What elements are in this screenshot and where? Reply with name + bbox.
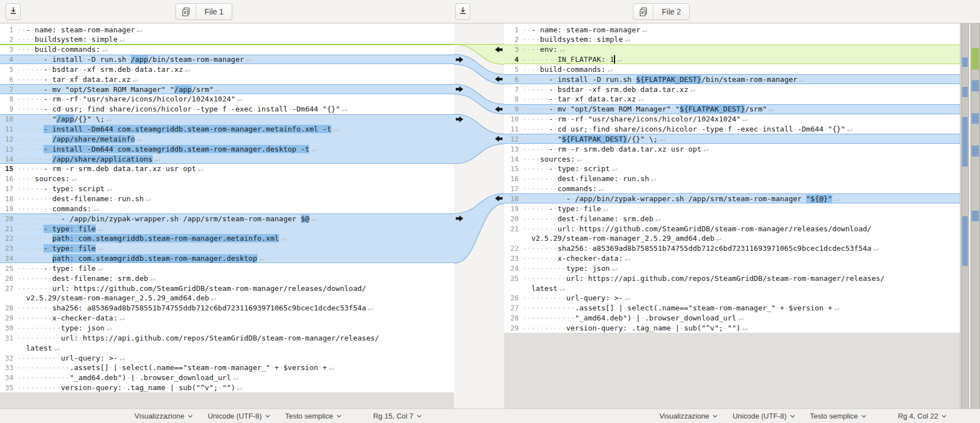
line-number: 6 <box>504 75 519 84</box>
newline-mark: ↵ <box>106 324 112 332</box>
newline-mark: ↵ <box>603 205 608 213</box>
line-number: 9 <box>0 105 13 113</box>
view-menu-right[interactable]: Visualizzazione <box>660 412 718 420</box>
line-number: 21 <box>504 225 519 233</box>
map-segment <box>972 80 979 91</box>
left-code-pane[interactable]: 1··-·name:·steam-rom-manager↵2····builds… <box>0 23 454 409</box>
code-line: 15······-·type:·script↵ <box>504 164 960 174</box>
line-number: 20 <box>0 215 13 223</box>
line-number: 25 <box>504 274 519 283</box>
syntax-menu-right[interactable]: Testo semplice <box>810 412 866 420</box>
cursor-position-menu-left[interactable]: Rg 15, Col 7 <box>373 412 422 420</box>
map-segment <box>972 211 979 221</box>
newline-mark: ↵ <box>237 384 242 392</box>
encoding-menu-left[interactable]: Unicode (UTF-8) <box>208 412 270 420</box>
code-line: 9······-·mv·"opt/Steam·ROM·Manager"·"${F… <box>504 104 960 114</box>
newline-mark: ↵ <box>577 155 582 163</box>
line-number: 7 <box>0 85 13 94</box>
code-line: 31··········url:·https://api.github.com/… <box>0 333 454 343</box>
overview-map-right[interactable] <box>971 23 980 409</box>
map-segment <box>972 113 979 124</box>
code-line: 2····buildsystem:·simple↵ <box>504 35 960 45</box>
code-text: ······-·type:·file↵ <box>17 264 101 273</box>
code-text: ········"/app/{}"·\;↵ <box>17 115 110 123</box>
chevron-down-icon <box>861 415 866 418</box>
push-change-left-button[interactable] <box>495 135 503 142</box>
cursor-position-menu-right[interactable]: Rg 4, Col 22 <box>898 412 947 420</box>
code-text: ······-·tar·xf·data.tar.xz↵ <box>17 75 136 84</box>
push-change-right-button[interactable] <box>456 86 464 93</box>
code-text: v2.5.29/steam-rom-manager_2.5.29_amd64.d… <box>523 234 720 242</box>
newline-mark: ↵ <box>97 245 103 252</box>
code-line: 20··········-·/app/bin/zypak-wrapper.sh·… <box>0 213 454 223</box>
file2-button[interactable]: File 2 <box>633 3 690 20</box>
line-number: 3 <box>0 45 13 54</box>
line-number: 3 <box>504 45 519 54</box>
line-number: 14 <box>0 155 13 163</box>
newline-mark: ↵ <box>742 324 748 332</box>
code-line: 4······-·install·-D·run.sh·/app/bin/stea… <box>0 55 454 65</box>
push-change-left-button[interactable] <box>495 106 503 113</box>
code-line: 13······-·rm·-r·srm.deb·data.tar.xz·usr·… <box>504 144 960 154</box>
save-file1-button[interactable] <box>6 3 21 20</box>
newline-mark: ↵ <box>703 145 709 153</box>
push-change-left-button[interactable] <box>495 195 503 202</box>
line-number: 4 <box>0 55 13 64</box>
line-number: 20 <box>504 215 519 223</box>
code-line: 6······-·install·-D·run.sh·${FLATPAK_DES… <box>504 74 960 84</box>
view-menu-left[interactable]: Visualizzazione <box>135 412 193 420</box>
save-icon <box>9 6 18 17</box>
code-text: ······-·type:·file↵ <box>17 225 101 233</box>
code-line: 14····sources:↵ <box>504 154 960 164</box>
push-change-left-button[interactable] <box>495 46 503 53</box>
end-of-file-area <box>0 392 454 409</box>
overview-map-left[interactable] <box>961 23 969 409</box>
line-number: 2 <box>0 35 13 43</box>
code-line: 3····build-commands:↵ <box>0 45 454 55</box>
newline-mark: ↵ <box>311 145 316 153</box>
file1-button[interactable]: File 1 <box>175 3 232 20</box>
push-change-right-button[interactable] <box>456 56 464 63</box>
code-text: ····buildsystem:·simple↵ <box>17 35 123 43</box>
code-line: 27············.assets[]·|·select(.name==… <box>504 303 960 313</box>
syntax-menu-left[interactable]: Testo semplice <box>285 412 342 420</box>
newline-mark: ↵ <box>625 294 630 302</box>
code-text: ······-·cd·usr;·find·share/icons/hicolor… <box>17 105 346 113</box>
newline-mark: ↵ <box>119 314 125 322</box>
code-line: 23······-·type:·file↵ <box>0 244 454 254</box>
newline-mark: ↵ <box>97 265 103 273</box>
encoding-menu-right[interactable]: Unicode (UTF-8) <box>733 412 795 420</box>
code-text: ······-·rm·-rf·"usr/share/icons/hicolor/… <box>17 95 241 103</box>
map-segment <box>972 48 979 70</box>
newline-mark: ↵ <box>598 185 604 193</box>
line-number: 5 <box>0 65 13 74</box>
line-number: 7 <box>504 85 519 94</box>
code-line: 10········"/app/{}"·\;↵ <box>0 114 454 124</box>
code-text: ············"_amd64.deb")·|·.browser_dow… <box>523 314 742 322</box>
code-text: ··········url-query:·>-↵ <box>17 354 123 362</box>
chevron-down-icon <box>942 415 947 418</box>
code-text: ········dest-filename:·srm.deb↵ <box>523 215 659 223</box>
right-code-pane[interactable]: 1··-·name:·steam-rom-manager↵2····builds… <box>504 23 961 409</box>
push-change-left-button[interactable] <box>495 76 503 82</box>
save-file2-button[interactable] <box>455 3 470 20</box>
map-segment <box>962 216 968 266</box>
push-change-right-button[interactable] <box>456 215 464 222</box>
code-line: 5····build-commands:↵ <box>504 64 960 74</box>
map-segment <box>972 145 979 156</box>
code-text: ····buildsystem:·simple↵ <box>523 35 628 43</box>
line-number: 26 <box>0 274 13 283</box>
push-change-right-button[interactable] <box>456 116 464 123</box>
newline-mark: ↵ <box>738 314 744 322</box>
code-text: ··-·name:·steam-rom-manager↵ <box>17 26 141 34</box>
newline-mark: ↵ <box>136 135 142 143</box>
code-text: ········commands:↵ <box>523 184 602 193</box>
code-text: ········sha256:·a85369ad8b758551b74755dd… <box>523 244 877 252</box>
line-number: 10 <box>504 115 519 123</box>
newline-mark: ↵ <box>559 46 565 54</box>
code-text: ··········version-query:·.tag_name·|·sub… <box>17 383 241 392</box>
code-text: ··········url:·https://api.github.com/re… <box>17 334 379 342</box>
line-number: 35 <box>0 383 13 392</box>
line-number: 17 <box>0 184 13 193</box>
newline-mark: ↵ <box>625 255 630 262</box>
